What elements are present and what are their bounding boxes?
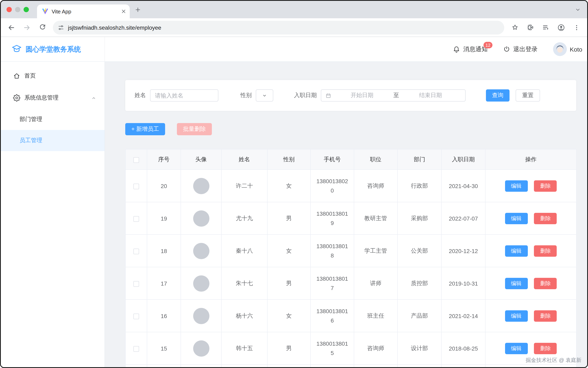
sidebar-item-system[interactable]: 系统信息管理 — [1, 87, 105, 109]
row-checkbox[interactable] — [133, 183, 139, 189]
new-tab-button[interactable] — [135, 6, 141, 13]
row-checkbox[interactable] — [133, 248, 139, 254]
window-minimize-button[interactable] — [15, 7, 20, 12]
cell-actions: 编辑 删除 — [485, 300, 576, 332]
username: Koto — [570, 46, 582, 53]
edit-button[interactable]: 编辑 — [505, 213, 528, 224]
bookmark-star-icon[interactable] — [508, 21, 521, 34]
col-header-gender: 性别 — [267, 149, 310, 170]
window-close-button[interactable] — [7, 7, 12, 12]
sidebar-item-employee[interactable]: 员工管理 — [1, 130, 105, 151]
row-checkbox[interactable] — [133, 313, 139, 319]
row-avatar — [193, 308, 209, 324]
col-header-phone: 手机号 — [310, 149, 354, 170]
logout-button[interactable]: 退出登录 — [503, 45, 538, 53]
delete-button[interactable]: 删除 — [534, 180, 557, 192]
cell-position: 班主任 — [354, 300, 397, 332]
watermark: 掘金技术社区 @ 袁庭新 — [526, 357, 581, 364]
address-bar[interactable]: jsjtswfniadh.sealoshzh.site/employee — [53, 20, 504, 34]
edit-button[interactable]: 编辑 — [505, 343, 528, 354]
table-row: 16 杨十六 女 13800138016 班主任 产品部 2021-02-14 … — [125, 300, 576, 332]
table-header-row: 序号 头像 姓名 性别 手机号 职位 部门 入职日期 操作 — [125, 149, 576, 170]
delete-button[interactable]: 删除 — [534, 245, 557, 257]
col-header-index: 序号 — [147, 149, 181, 170]
cell-position: 学工主管 — [354, 235, 397, 267]
cell-gender: 女 — [267, 235, 310, 267]
back-button[interactable] — [5, 21, 18, 34]
app-logo-icon — [11, 44, 22, 55]
cell-position: 咨询师 — [354, 332, 397, 365]
cell-actions: 编辑 删除 — [485, 235, 576, 267]
edit-button[interactable]: 编辑 — [505, 180, 528, 192]
delete-button[interactable]: 删除 — [534, 343, 557, 354]
cell-department: 产品部 — [397, 300, 441, 332]
row-checkbox[interactable] — [133, 281, 139, 286]
sidebar-item-home[interactable]: 首页 — [1, 65, 105, 87]
table-row: 17 朱十七 男 13800138017 讲师 质控部 2019-10-31 编… — [125, 267, 576, 300]
search-button[interactable]: 查询 — [486, 89, 510, 101]
cell-phone: 13800138017 — [310, 267, 354, 300]
delete-button[interactable]: 删除 — [534, 278, 557, 289]
table-row: 19 尤十九 男 13800138019 教研主管 采购部 2022-07-07… — [125, 202, 576, 235]
edit-button[interactable]: 编辑 — [505, 278, 528, 289]
delete-button[interactable]: 删除 — [534, 213, 557, 224]
browser-tab[interactable]: Vite App — [37, 4, 130, 18]
tab-close-icon[interactable] — [121, 9, 126, 14]
cell-gender: 女 — [267, 300, 310, 332]
select-all-checkbox[interactable] — [133, 157, 139, 163]
col-header-select — [125, 149, 147, 170]
user-menu[interactable]: Koto — [553, 42, 582, 56]
media-controls-icon[interactable] — [539, 21, 552, 34]
delete-button[interactable]: 删除 — [534, 310, 557, 322]
date-separator: 至 — [393, 92, 400, 99]
browser-profile-icon[interactable] — [555, 21, 568, 34]
cell-gender: 女 — [267, 170, 310, 202]
cell-department: 采购部 — [397, 202, 441, 235]
cell-name: 杨十六 — [222, 300, 267, 332]
cell-hiredate: 2021-02-14 — [441, 300, 485, 332]
cell-index: 20 — [147, 170, 181, 202]
add-employee-button[interactable]: + 新增员工 — [125, 123, 165, 135]
browser-menu-icon[interactable] — [570, 21, 583, 34]
name-filter-input[interactable] — [150, 89, 218, 101]
sidebar-item-label: 部门管理 — [19, 116, 42, 123]
extensions-icon[interactable] — [524, 21, 537, 34]
cell-index: 19 — [147, 202, 181, 235]
row-checkbox[interactable] — [133, 216, 139, 221]
app-title: 圆心学堂教务系统 — [26, 45, 81, 54]
cell-name: 韩十五 — [222, 332, 267, 365]
row-avatar — [193, 275, 209, 291]
edit-button[interactable]: 编辑 — [505, 310, 528, 322]
row-checkbox[interactable] — [133, 346, 139, 351]
tab-search-icon[interactable] — [575, 7, 581, 12]
col-header-name: 姓名 — [222, 149, 267, 170]
cell-phone: 13800138016 — [310, 300, 354, 332]
window-zoom-button[interactable] — [24, 7, 29, 12]
sidebar-item-label: 员工管理 — [19, 137, 42, 144]
cell-position: 讲师 — [354, 267, 397, 300]
name-filter-label: 姓名 — [135, 92, 146, 99]
notification-badge: 12 — [483, 42, 493, 48]
sidebar-item-department[interactable]: 部门管理 — [1, 109, 105, 130]
date-range-picker[interactable]: 开始日期 至 结束日期 — [321, 89, 466, 101]
cell-hiredate: 2020-12-12 — [441, 235, 485, 267]
reload-button[interactable] — [36, 21, 49, 34]
browser-tab-strip: Vite App — [1, 1, 587, 18]
cell-position: 咨询师 — [354, 170, 397, 202]
forward-button[interactable] — [20, 21, 33, 34]
notifications-button[interactable]: 消息通知 12 — [453, 45, 488, 53]
user-avatar — [553, 42, 567, 56]
cell-gender: 男 — [267, 332, 310, 365]
edit-button[interactable]: 编辑 — [505, 245, 528, 257]
date-start-placeholder[interactable]: 开始日期 — [331, 92, 393, 99]
date-end-placeholder[interactable]: 结束日期 — [400, 92, 461, 99]
gender-filter-select[interactable] — [256, 89, 273, 101]
cell-phone: 13800138018 — [310, 235, 354, 267]
site-settings-icon[interactable] — [58, 24, 64, 31]
cell-hiredate: 2021-04-30 — [441, 170, 485, 202]
chevron-up-icon — [91, 95, 96, 101]
cell-phone: 13800138019 — [310, 202, 354, 235]
cell-name: 尤十九 — [222, 202, 267, 235]
reset-button[interactable]: 重置 — [516, 89, 540, 101]
batch-delete-button[interactable]: 批量删除 — [177, 123, 212, 135]
